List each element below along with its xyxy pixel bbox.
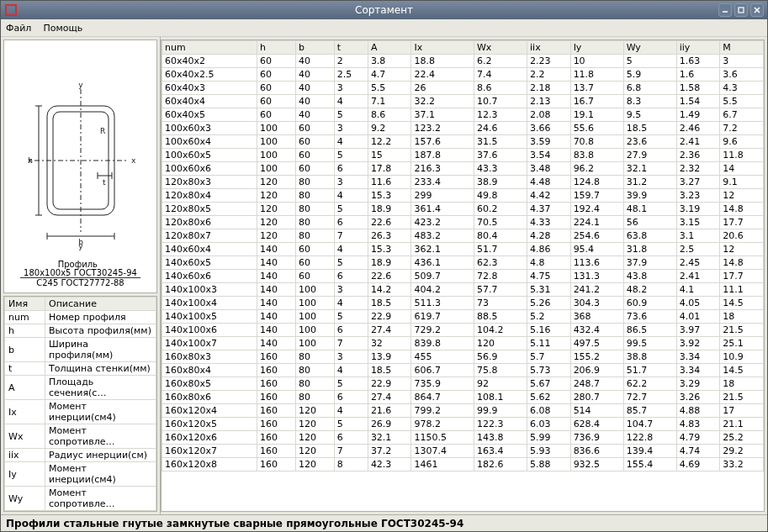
svg-text:t: t bbox=[103, 178, 106, 187]
legend-row[interactable]: IyМомент инерции(см4) bbox=[5, 462, 156, 487]
status-text: Профили стальные гнутые замкнутые сварны… bbox=[6, 518, 463, 529]
menu-help[interactable]: Помощь bbox=[43, 23, 82, 34]
table-row[interactable]: 160x80x316080313.945556.95.7155.238.83.3… bbox=[162, 350, 764, 364]
legend-table[interactable]: Имя Описание numНомер профиляhВысота про… bbox=[3, 296, 157, 512]
svg-rect-2 bbox=[739, 8, 744, 13]
col-A[interactable]: A bbox=[368, 41, 411, 55]
menubar: Файл Помощь bbox=[1, 19, 767, 37]
table-row[interactable]: 120x80x712080726.3483.280.44.28254.663.8… bbox=[162, 229, 764, 243]
col-Iy[interactable]: Iy bbox=[570, 41, 623, 55]
legend-col-name[interactable]: Имя bbox=[5, 298, 45, 311]
table-row[interactable]: 120x80x412080415.329949.84.42159.739.93.… bbox=[162, 189, 764, 203]
menu-file[interactable]: Файл bbox=[6, 23, 31, 34]
legend-row[interactable]: WyМомент сопротивле… bbox=[5, 487, 156, 511]
col-iix[interactable]: iix bbox=[527, 41, 571, 55]
legend-row[interactable]: numНомер профиля bbox=[5, 311, 156, 324]
content-area: y y x x b h t R Профиль 180x100x5 ГОСТ30… bbox=[1, 37, 767, 514]
svg-rect-0 bbox=[6, 5, 16, 15]
table-row[interactable]: 100x60x410060412.2157.631.53.5970.823.62… bbox=[162, 135, 764, 149]
profile-preview: y y x x b h t R Профиль 180x100x5 ГОСТ30… bbox=[3, 40, 157, 293]
table-row[interactable]: 140x60x614060622.6509.772.84.75131.343.8… bbox=[162, 270, 764, 283]
col-b[interactable]: b bbox=[295, 41, 334, 55]
table-row[interactable]: 100x60x610060617.8216.343.33.4896.232.12… bbox=[162, 162, 764, 176]
col-t[interactable]: t bbox=[334, 41, 368, 55]
table-row[interactable]: 160x120x5160120526.9978.2122.36.03628.41… bbox=[162, 418, 764, 431]
svg-text:h: h bbox=[28, 156, 33, 165]
profile-label: Профиль bbox=[58, 259, 98, 268]
col-iiy[interactable]: iiy bbox=[676, 41, 720, 55]
close-button[interactable] bbox=[750, 3, 764, 17]
table-row[interactable]: 60x40x2.560402.54.722.47.42.211.85.91.63… bbox=[162, 68, 764, 82]
table-row[interactable]: 120x80x312080311.6233.438.94.48124.831.2… bbox=[162, 176, 764, 189]
table-row[interactable]: 160x80x416080418.5606.775.85.73206.951.7… bbox=[162, 364, 764, 377]
table-row[interactable]: 60x40x3604035.5268.62.1813.76.81.584.3 bbox=[162, 82, 764, 95]
col-Wy[interactable]: Wy bbox=[623, 41, 676, 55]
svg-text:b: b bbox=[78, 238, 83, 246]
legend-row[interactable]: tТолщина стенки(мм) bbox=[5, 362, 156, 376]
col-num[interactable]: num bbox=[162, 41, 257, 55]
legend-row[interactable]: iixРадиус инерции(см) bbox=[5, 449, 156, 462]
profile-drawing: y y x x b h t R bbox=[18, 76, 144, 261]
profile-spec-top: 180x100x5 ГОСТ30245-94 bbox=[20, 268, 140, 278]
left-panel: y y x x b h t R Профиль 180x100x5 ГОСТ30… bbox=[1, 37, 161, 514]
table-row[interactable]: 160x120x8160120842.31461182.65.88932.515… bbox=[162, 458, 764, 471]
col-Wx[interactable]: Wx bbox=[474, 41, 527, 55]
table-row[interactable]: 160x120x6160120632.11150.5143.85.99736.9… bbox=[162, 431, 764, 445]
table-row[interactable]: 160x120x4160120421.6799.299.96.0851485.7… bbox=[162, 404, 764, 418]
legend-row[interactable]: hВысота профиля(мм) bbox=[5, 324, 156, 338]
profile-spec-bottom: С245 ГОСТ27772-88 bbox=[36, 278, 124, 287]
table-row[interactable]: 140x100x5140100522.9619.788.55.236873.64… bbox=[162, 310, 764, 324]
table-row[interactable]: 140x100x3140100314.2404.257.75.31241.248… bbox=[162, 283, 764, 297]
legend-row[interactable]: IxМомент инерции(см4) bbox=[5, 400, 156, 424]
table-row[interactable]: 140x60x414060415.3362.151.74.8695.431.82… bbox=[162, 243, 764, 256]
legend-row[interactable]: WxМомент сопротивле… bbox=[5, 424, 156, 449]
table-row[interactable]: 140x100x4140100418.5511.3735.26304.360.9… bbox=[162, 297, 764, 310]
svg-text:y: y bbox=[78, 81, 83, 89]
table-row[interactable]: 60x40x4604047.132.210.72.1316.78.31.545.… bbox=[162, 95, 764, 108]
table-row[interactable]: 100x60x31006039.2123.224.63.6655.618.52.… bbox=[162, 122, 764, 135]
table-row[interactable]: 140x100x7140100732839.81205.11497.599.53… bbox=[162, 337, 764, 350]
table-row[interactable]: 60x40x2604023.818.86.22.231051.633 bbox=[162, 55, 764, 68]
legend-row[interactable]: bШирина профиля(мм) bbox=[5, 338, 156, 362]
minimize-button[interactable] bbox=[718, 3, 732, 17]
app-icon bbox=[4, 3, 18, 17]
main-table[interactable]: numhbtAIxWxiixIyWyiiyM 60x40x2604023.818… bbox=[161, 40, 765, 512]
statusbar: Профили стальные гнутые замкнутые сварны… bbox=[1, 514, 767, 531]
col-M[interactable]: M bbox=[720, 41, 764, 55]
table-row[interactable]: 160x120x7160120737.21307.4163.45.93836.6… bbox=[162, 445, 764, 458]
legend-row[interactable]: iiyРадиус инерции(см) bbox=[5, 511, 156, 513]
table-row[interactable]: 140x60x514060518.9436.162.34.8113.637.92… bbox=[162, 256, 764, 270]
table-row[interactable]: 120x80x612080622.6423.270.54.33224.1563.… bbox=[162, 216, 764, 229]
table-row[interactable]: 160x80x616080627.4864.7108.15.62280.772.… bbox=[162, 391, 764, 404]
maximize-button[interactable] bbox=[734, 3, 748, 17]
svg-line-3 bbox=[755, 8, 760, 13]
col-Ix[interactable]: Ix bbox=[411, 41, 474, 55]
table-row[interactable]: 160x80x516080522.9735.9925.67248.762.23.… bbox=[162, 377, 764, 391]
legend-row[interactable]: AПлощадь сечения(с… bbox=[5, 376, 156, 400]
titlebar: Сортамент bbox=[1, 1, 767, 19]
svg-line-4 bbox=[755, 8, 760, 13]
table-row[interactable]: 100x60x510060515187.837.63.5483.827.92.3… bbox=[162, 149, 764, 162]
table-row[interactable]: 140x100x6140100627.4729.2104.25.16432.48… bbox=[162, 324, 764, 337]
title-text: Сортамент bbox=[355, 4, 413, 16]
table-row[interactable]: 60x40x5604058.637.112.32.0819.19.51.496.… bbox=[162, 108, 764, 122]
col-h[interactable]: h bbox=[257, 41, 296, 55]
table-row[interactable]: 120x80x512080518.9361.460.24.37192.448.1… bbox=[162, 203, 764, 216]
svg-text:x: x bbox=[131, 156, 136, 165]
svg-text:R: R bbox=[100, 127, 105, 135]
legend-col-desc[interactable]: Описание bbox=[45, 298, 156, 311]
app-window: Сортамент Файл Помощь bbox=[0, 0, 768, 532]
